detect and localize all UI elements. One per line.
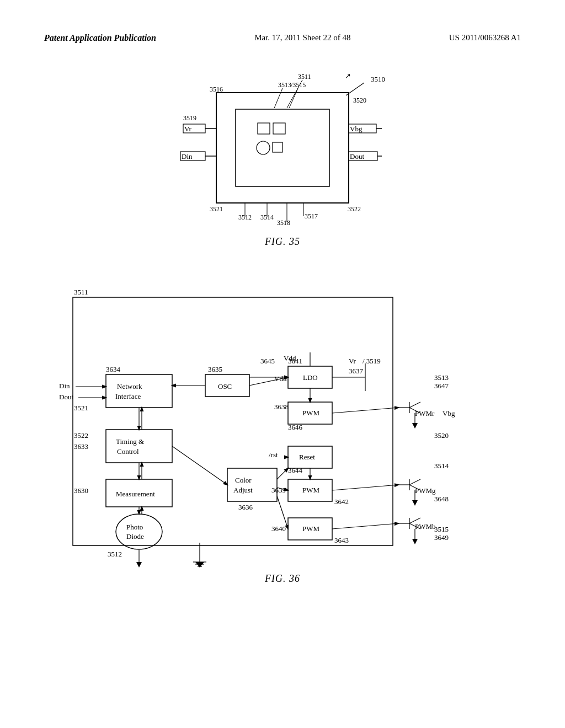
svg-text:3639: 3639	[271, 486, 286, 494]
sheet-info: Mar. 17, 2011 Sheet 22 of 48	[254, 33, 350, 42]
svg-line-134	[172, 446, 227, 485]
svg-text:Color: Color	[235, 476, 252, 484]
svg-line-29	[274, 88, 282, 108]
svg-point-7	[257, 141, 270, 154]
svg-text:Vr: Vr	[184, 125, 192, 133]
svg-text:PWMg: PWMg	[415, 486, 436, 495]
page: Patent Application Publication Mar. 17, …	[0, 0, 565, 728]
svg-text:Dout: Dout	[59, 393, 73, 401]
svg-text:3513: 3513	[278, 81, 291, 89]
svg-text:LDO: LDO	[303, 373, 318, 382]
svg-text:3521: 3521	[210, 205, 223, 213]
svg-text:Vbg: Vbg	[350, 125, 363, 133]
svg-text:3516: 3516	[210, 85, 223, 93]
page-header: Patent Application Publication Mar. 17, …	[44, 33, 521, 43]
svg-text:PWM: PWM	[302, 409, 320, 417]
svg-text:OSC: OSC	[218, 382, 232, 390]
svg-line-142	[332, 485, 398, 490]
svg-text:3636: 3636	[238, 503, 253, 511]
svg-rect-8	[273, 142, 282, 152]
svg-text:3647: 3647	[434, 382, 449, 390]
svg-text:3521: 3521	[74, 404, 88, 412]
svg-text:3510: 3510	[371, 75, 385, 83]
fig36-caption: FIG. 36	[265, 573, 300, 585]
svg-text:3640: 3640	[271, 524, 286, 533]
svg-text:Reset: Reset	[299, 453, 315, 461]
svg-text:3511: 3511	[74, 288, 88, 296]
svg-text:3646: 3646	[288, 423, 303, 431]
svg-text:/rst: /rst	[269, 451, 278, 459]
svg-rect-52	[106, 430, 172, 463]
svg-text:PWMr: PWMr	[415, 409, 435, 417]
svg-text:3517: 3517	[305, 212, 318, 220]
svg-text:3522: 3522	[74, 431, 88, 440]
svg-text:3519: 3519	[183, 114, 196, 122]
svg-text:Vdd: Vdd	[284, 354, 296, 362]
svg-rect-5	[258, 123, 270, 134]
svg-text:Vbg: Vbg	[443, 409, 455, 417]
svg-text:PWM: PWM	[302, 524, 320, 533]
svg-marker-64	[136, 562, 142, 568]
svg-text:3513: 3513	[434, 373, 449, 382]
svg-text:Measurement: Measurement	[116, 490, 155, 498]
svg-text:3634: 3634	[106, 365, 121, 373]
svg-text:Din: Din	[59, 382, 70, 390]
svg-text:3520: 3520	[434, 431, 449, 440]
fig36-diagram: 3511 Din Dout 3521 3522 Network Interfac…	[56, 281, 509, 568]
svg-marker-117	[412, 500, 418, 506]
svg-text:3642: 3642	[334, 497, 349, 506]
svg-text:Interface: Interface	[115, 392, 141, 400]
svg-text:3515: 3515	[434, 525, 449, 533]
patent-number: US 2011/0063268 A1	[449, 33, 521, 42]
svg-text:PWMb: PWMb	[415, 522, 436, 531]
svg-text:Diode: Diode	[126, 532, 144, 540]
svg-line-31	[289, 88, 298, 108]
svg-text:3512: 3512	[108, 550, 122, 558]
svg-rect-40	[73, 297, 393, 545]
svg-text:Network: Network	[117, 382, 142, 390]
svg-line-137	[277, 496, 288, 529]
svg-text:3518: 3518	[277, 219, 290, 227]
svg-text:Timing &: Timing &	[116, 437, 144, 446]
svg-text:Vr: Vr	[349, 357, 356, 365]
svg-point-59	[116, 514, 162, 549]
svg-text:3649: 3649	[434, 533, 449, 542]
svg-text:3633: 3633	[74, 442, 88, 451]
fig35-diagram: 3510 ↗ Vr	[150, 65, 415, 231]
svg-text:3637: 3637	[349, 367, 364, 375]
svg-text:3635: 3635	[208, 365, 222, 373]
svg-text:/3515: /3515	[291, 81, 306, 89]
svg-marker-107	[412, 423, 418, 429]
svg-line-104	[409, 402, 420, 408]
svg-text:3645: 3645	[260, 357, 275, 365]
svg-text:3638: 3638	[274, 403, 289, 411]
svg-text:3643: 3643	[334, 536, 349, 544]
svg-text:Dout: Dout	[350, 152, 364, 160]
svg-text:Control: Control	[117, 447, 139, 456]
fig35-caption: FIG. 35	[265, 236, 300, 248]
publication-title: Patent Application Publication	[44, 33, 156, 43]
svg-text:Photo: Photo	[126, 523, 143, 531]
svg-text:Adjust: Adjust	[233, 486, 253, 494]
svg-text:PWM: PWM	[302, 486, 320, 494]
svg-text:3514: 3514	[434, 462, 449, 470]
svg-line-140	[332, 408, 398, 413]
svg-text:3520: 3520	[353, 97, 366, 104]
svg-rect-90	[227, 468, 277, 501]
svg-text:3522: 3522	[348, 205, 361, 213]
svg-line-143	[332, 523, 398, 529]
svg-text:3511: 3511	[298, 73, 311, 81]
svg-rect-6	[273, 123, 285, 134]
svg-rect-48	[106, 374, 172, 408]
svg-line-114	[409, 479, 420, 485]
svg-line-135	[277, 468, 288, 479]
fig36-section: 3511 Din Dout 3521 3522 Network Interfac…	[44, 281, 521, 585]
svg-text:Din: Din	[182, 152, 193, 160]
svg-text:↗: ↗	[345, 72, 351, 80]
svg-text:3644: 3644	[288, 466, 303, 474]
svg-marker-126	[412, 539, 418, 544]
svg-text:3630: 3630	[74, 486, 88, 495]
svg-text:3648: 3648	[434, 495, 449, 503]
fig35-section: 3510 ↗ Vr	[44, 65, 521, 248]
